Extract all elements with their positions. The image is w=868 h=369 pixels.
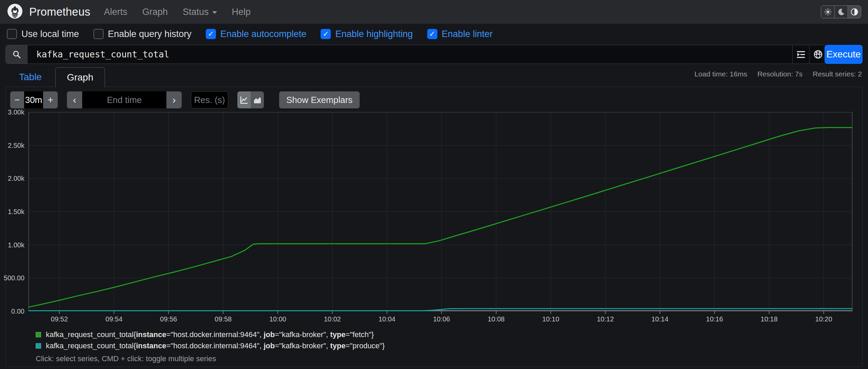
checkbox-icon: ✓ [321, 29, 331, 39]
x-axis-tick-label: 10:02 [316, 315, 349, 323]
nav-item-status[interactable]: Status [183, 7, 217, 17]
series-line [29, 127, 852, 307]
query-row: Execute [5, 45, 863, 64]
x-axis-tick-label: 09:52 [43, 315, 76, 323]
y-axis-tick-label: 3.00k [0, 108, 24, 117]
search-icon [12, 50, 21, 59]
navbar: Prometheus Alerts Graph Status Help [0, 0, 868, 24]
option-highlighting[interactable]: ✓ Enable highlighting [321, 29, 413, 39]
x-axis-tick-label: 10:18 [753, 315, 785, 323]
query-stats: Load time: 16ms Resolution: 7s Result se… [694, 70, 862, 78]
checkbox-icon: ✓ [7, 29, 17, 39]
legend-series-name: kafka_request_count_total{instance="host… [46, 341, 385, 350]
tab-graph[interactable]: Graph [55, 67, 105, 87]
x-axis-tick-label: 10:14 [644, 315, 676, 323]
x-axis-tick-label: 10:16 [698, 315, 731, 323]
option-use-local-time[interactable]: ✓ Use local time [7, 29, 79, 39]
x-axis-tick-label: 10:20 [808, 315, 840, 323]
load-time-stat: Load time: 16ms [694, 70, 747, 78]
checkbox-icon: ✓ [206, 29, 216, 39]
nav-item-help[interactable]: Help [232, 7, 251, 17]
option-autocomplete[interactable]: ✓ Enable autocomplete [206, 29, 307, 39]
resolution-stat: Resolution: 7s [757, 70, 802, 78]
legend-swatch [36, 332, 41, 337]
nav-item-alerts[interactable]: Alerts [104, 7, 127, 17]
x-axis-tick-label: 09:56 [152, 315, 185, 323]
query-options-row: ✓ Use local time ✓ Enable query history … [0, 24, 868, 44]
light-theme-button[interactable] [821, 6, 834, 18]
legend-item[interactable]: kafka_request_count_total{instance="host… [36, 340, 385, 351]
y-axis-tick-label: 0.00 [0, 307, 24, 316]
legend-hint: Click: select series, CMD + click: toggl… [36, 354, 385, 363]
graph-panel: − + ‹ › Show Exemplars 0.0 [5, 87, 863, 367]
checkbox-icon: ✓ [93, 29, 104, 39]
option-label: Use local time [21, 29, 79, 39]
x-axis-tick-label: 10:04 [370, 315, 403, 323]
local-time-globe-button[interactable] [809, 45, 826, 64]
legend-item[interactable]: kafka_request_count_total{instance="host… [36, 329, 385, 340]
x-axis-tick-label: 10:10 [535, 315, 567, 323]
prometheus-logo-icon [7, 4, 22, 20]
option-label: Enable highlighting [335, 29, 413, 39]
globe-icon [813, 50, 823, 59]
dark-theme-button[interactable] [834, 6, 848, 18]
auto-theme-button[interactable] [848, 6, 861, 18]
y-axis-tick-label: 500.00 [0, 274, 24, 282]
moon-icon [837, 8, 845, 16]
y-axis-tick-label: 2.50k [0, 141, 24, 150]
nav-links: Alerts Graph Status Help [104, 7, 251, 17]
y-axis-tick-label: 1.50k [0, 207, 24, 216]
x-axis-tick-label: 09:58 [207, 315, 239, 323]
legend-series-name: kafka_request_count_total{instance="host… [46, 330, 374, 339]
query-expression-input[interactable] [28, 45, 792, 64]
circle-half-icon [851, 8, 858, 16]
search-addon [6, 45, 28, 64]
app-title: Prometheus [29, 5, 90, 18]
option-label: Enable query history [108, 29, 192, 39]
option-label: Enable autocomplete [220, 29, 307, 39]
chart-region: 0.00500.001.00k1.50k2.00k2.50k3.00k09:52… [6, 87, 862, 367]
result-series-stat: Result series: 2 [813, 70, 862, 78]
execute-button[interactable]: Execute [825, 45, 863, 64]
checkbox-icon: ✓ [427, 29, 437, 39]
tab-table[interactable]: Table [5, 67, 55, 87]
option-linter[interactable]: ✓ Enable linter [427, 29, 493, 39]
nav-item-status-label: Status [183, 7, 209, 17]
legend-swatch [36, 343, 41, 349]
y-axis-tick-label: 2.00k [0, 174, 24, 183]
time-series-plot[interactable]: 0.00500.001.00k1.50k2.00k2.50k3.00k09:52… [29, 112, 852, 311]
y-axis-tick-label: 1.00k [0, 241, 24, 249]
x-axis-tick-label: 10:00 [261, 315, 294, 323]
metrics-explorer-icon [796, 50, 806, 59]
x-axis-tick-label: 10:08 [480, 315, 512, 323]
theme-toggle-group [821, 5, 861, 18]
prometheus-brand[interactable]: Prometheus [7, 4, 90, 20]
metrics-explorer-button[interactable] [792, 45, 809, 64]
sun-icon [824, 8, 832, 16]
option-label: Enable linter [442, 29, 493, 39]
x-axis-tick-label: 10:12 [589, 315, 622, 323]
x-axis-tick-label: 09:54 [98, 315, 130, 323]
chart-legend: kafka_request_count_total{instance="host… [36, 329, 385, 363]
chevron-down-icon [212, 11, 217, 14]
option-query-history[interactable]: ✓ Enable query history [93, 29, 192, 39]
query-input-group [5, 45, 827, 64]
x-axis-tick-label: 10:06 [425, 315, 458, 323]
nav-item-graph[interactable]: Graph [142, 7, 168, 17]
